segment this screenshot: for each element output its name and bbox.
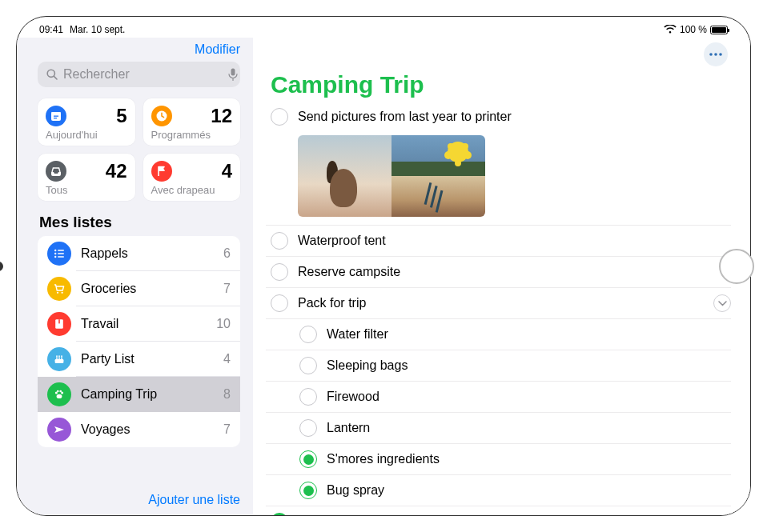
subtask-row[interactable]: Lantern [266, 413, 731, 444]
svg-point-22 [57, 394, 62, 398]
reminder-row[interactable]: Send pictures from last year to printer [266, 106, 731, 132]
svg-rect-13 [58, 256, 64, 258]
reminder-checkbox[interactable] [271, 263, 288, 281]
search-icon [46, 68, 58, 81]
attachment-thumbnails[interactable] [266, 132, 731, 226]
list-row[interactable]: Groceries7 [38, 271, 240, 306]
svg-rect-11 [58, 253, 64, 254]
device-frame: 09:41 Mar. 10 sept. 100 % Modifier [16, 16, 751, 516]
smart-card-scheduled[interactable]: 12 Programmés [143, 98, 241, 146]
search-input[interactable] [63, 67, 223, 82]
smart-card-flagged[interactable]: 4 Avec drapeau [143, 154, 241, 201]
reminder-row[interactable]: Reserve campsite [266, 257, 731, 288]
smart-card-all[interactable]: 42 Tous [38, 154, 135, 201]
reminder-checkbox[interactable] [299, 419, 317, 437]
home-button[interactable] [719, 249, 754, 284]
reminder-text: Firewood [327, 390, 731, 404]
add-list-button[interactable]: Ajouter une liste [148, 493, 240, 507]
list-name: Voyages [81, 422, 214, 437]
reminder-checkbox[interactable] [299, 326, 317, 343]
list-count: 10 [216, 317, 231, 331]
svg-point-28 [714, 53, 717, 56]
svg-point-27 [709, 53, 713, 56]
clock-icon [151, 106, 172, 126]
smart-flagged-label: Avec drapeau [151, 184, 233, 196]
inbox-icon [46, 161, 66, 182]
photo-thumbnail[interactable] [392, 135, 485, 176]
smart-scheduled-count: 12 [211, 105, 232, 127]
svg-line-1 [54, 76, 57, 79]
svg-point-15 [62, 292, 63, 294]
reminder-checkbox[interactable] [271, 232, 288, 250]
list-name: Party List [81, 352, 214, 366]
list-row[interactable]: Rappels6 [38, 236, 240, 271]
svg-point-29 [719, 53, 722, 56]
status-bar: 09:41 Mar. 10 sept. 100 % [17, 22, 750, 38]
reminder-checkbox[interactable] [299, 482, 317, 499]
svg-point-19 [56, 355, 58, 357]
list-row[interactable]: Party List4 [38, 342, 240, 377]
svg-point-25 [57, 390, 59, 393]
reminder-row[interactable]: Pack for trip [266, 288, 731, 319]
smart-card-today[interactable]: 5 Aujourd'hui [38, 98, 135, 146]
wifi-icon [664, 25, 677, 34]
reminder-checkbox[interactable] [271, 294, 288, 312]
search-bar[interactable] [38, 62, 240, 87]
add-reminder-button[interactable] [271, 513, 288, 515]
smart-scheduled-label: Programmés [151, 129, 233, 141]
cake-icon [47, 347, 71, 371]
chevron-down-icon [718, 301, 727, 306]
new-reminder-label[interactable]: Nouveau rappel [296, 514, 387, 515]
subtask-row[interactable]: Water filter [266, 319, 731, 350]
reminder-text: Lantern [327, 421, 731, 435]
svg-point-21 [61, 355, 62, 357]
smart-today-count: 5 [116, 105, 126, 127]
photo-thumbnail[interactable] [298, 135, 392, 217]
svg-rect-5 [54, 116, 58, 117]
paw-icon [47, 382, 71, 406]
subtask-row[interactable]: S'mores ingredients [266, 444, 731, 475]
list-name: Rappels [81, 246, 214, 261]
photo-thumbnail[interactable] [392, 176, 485, 217]
svg-rect-17 [58, 319, 60, 323]
svg-point-20 [58, 355, 60, 357]
svg-point-26 [59, 390, 62, 393]
list-row[interactable]: Camping Trip8 [38, 377, 240, 412]
list-row[interactable]: Travail10 [38, 306, 240, 342]
reminder-text: Sleeping bags [327, 358, 731, 373]
reminder-text: Send pictures from last year to printer [298, 110, 731, 124]
more-button[interactable] [704, 42, 728, 66]
battery-icon [710, 26, 728, 34]
main-panel: Camping Trip Send pictures from last yea… [253, 38, 750, 515]
list-name: Groceries [81, 282, 214, 296]
edit-button[interactable]: Modifier [195, 42, 240, 57]
list-name: Travail [81, 317, 207, 331]
svg-point-14 [57, 292, 58, 294]
subtask-row[interactable]: Sleeping bags [266, 350, 731, 382]
flag-icon [151, 161, 172, 182]
book-icon [47, 312, 71, 336]
list-row[interactable]: Voyages7 [38, 412, 240, 447]
list-count: 8 [223, 387, 231, 402]
list-count: 7 [223, 282, 231, 296]
my-lists-heading: Mes listes [38, 214, 240, 231]
reminder-checkbox[interactable] [299, 450, 317, 468]
reminder-text: Reserve campsite [298, 265, 731, 279]
list-count: 6 [223, 246, 231, 261]
smart-all-label: Tous [46, 184, 127, 196]
svg-point-12 [54, 256, 56, 258]
reminder-checkbox[interactable] [271, 108, 288, 126]
mic-icon[interactable] [228, 68, 239, 81]
smart-all-count: 42 [106, 160, 127, 182]
list-icon [47, 242, 71, 266]
reminder-row[interactable]: Waterproof tent [266, 226, 731, 257]
reminder-text: Pack for trip [298, 296, 704, 310]
reminder-checkbox[interactable] [299, 357, 317, 374]
subtask-row[interactable]: Firewood [266, 382, 731, 413]
list-name: Camping Trip [81, 387, 214, 402]
expand-subtasks-button[interactable] [713, 294, 731, 312]
reminder-checkbox[interactable] [299, 388, 317, 406]
smart-flagged-count: 4 [222, 160, 232, 182]
subtask-row[interactable]: Bug spray [266, 475, 731, 506]
svg-rect-6 [54, 118, 57, 118]
